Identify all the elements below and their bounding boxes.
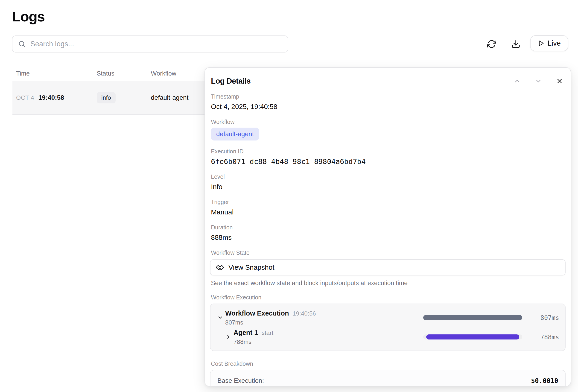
column-header-workflow: Workflow: [151, 70, 205, 77]
timeline-track: [423, 335, 522, 340]
eye-icon: [216, 263, 224, 271]
close-panel-button[interactable]: [555, 76, 565, 86]
cost-row-value: $0.0010: [531, 377, 558, 385]
field-timestamp: Timestamp Oct 4, 2025, 19:40:58: [211, 93, 565, 111]
field-trigger-value: Manual: [211, 208, 565, 216]
status-badge: info: [97, 92, 116, 103]
refresh-icon: [487, 39, 496, 49]
live-button[interactable]: Live: [530, 35, 568, 51]
next-log-button[interactable]: [533, 76, 543, 86]
live-button-label: Live: [548, 39, 561, 48]
field-level-value: Info: [211, 182, 565, 191]
log-workflow: default-agent: [151, 94, 188, 101]
column-header-time: Time: [12, 70, 97, 77]
field-execution-id-value: 6fe6b071-dc88-4b48-98c1-89804a6bd7b4: [211, 157, 565, 166]
page-title: Logs: [12, 8, 45, 25]
field-level-label: Level: [211, 173, 565, 180]
field-workflow: Workflow default-agent: [211, 118, 565, 141]
download-icon: [511, 39, 521, 49]
panel-title: Log Details: [211, 77, 250, 86]
execution-duration-right: 807ms: [531, 314, 559, 321]
close-icon: [556, 77, 564, 85]
view-snapshot-label: View Snapshot: [228, 263, 275, 271]
field-level: Level Info: [211, 173, 565, 191]
chevron-down-icon: [535, 77, 542, 85]
field-duration: Duration 888ms: [211, 224, 565, 242]
cost-row-label: Base Execution:: [217, 377, 264, 384]
workflow-state-hint: See the exact workflow state and block i…: [211, 279, 565, 287]
field-trigger-label: Trigger: [211, 198, 565, 205]
log-status-cell: info: [97, 92, 151, 103]
log-workflow-cell: default-agent: [151, 94, 205, 101]
expand-toggle[interactable]: [223, 334, 234, 340]
panel-header: Log Details: [210, 75, 566, 86]
chevron-down-icon: [217, 315, 223, 321]
search-icon: [18, 40, 26, 48]
log-date: OCT 4: [16, 94, 34, 101]
refresh-button[interactable]: [485, 38, 498, 50]
execution-name: Agent 1: [234, 328, 258, 337]
workflow-execution-label: Workflow Execution: [211, 294, 565, 301]
view-snapshot-button[interactable]: View Snapshot: [210, 259, 566, 275]
timeline-bar: [423, 315, 522, 320]
field-workflow-label: Workflow: [211, 118, 565, 125]
execution-start-time: 19:40:56: [293, 310, 316, 317]
table-row[interactable]: OCT 4 19:40:58 info default-agent: [12, 81, 205, 115]
prev-log-button[interactable]: [512, 76, 522, 86]
execution-row-root[interactable]: Workflow Execution 19:40:56 807ms 807ms: [215, 309, 559, 327]
execution-duration-right: 788ms: [531, 334, 559, 341]
field-execution-id-label: Execution ID: [211, 148, 565, 155]
field-duration-label: Duration: [211, 224, 565, 231]
column-header-status: Status: [97, 70, 151, 77]
field-trigger: Trigger Manual: [211, 198, 565, 216]
chevron-right-icon: [225, 334, 232, 340]
log-time-cell: OCT 4 19:40:58: [12, 94, 97, 101]
timeline-track: [423, 315, 522, 320]
chevron-up-icon: [514, 77, 521, 85]
field-timestamp-label: Timestamp: [211, 93, 565, 100]
export-button[interactable]: [509, 38, 522, 50]
log-details-panel: Log Details Timestamp Oct 4, 2025, 19:40…: [204, 67, 571, 387]
search-box[interactable]: [12, 36, 288, 52]
play-icon: [538, 40, 544, 47]
workflow-state-label: Workflow State: [211, 249, 565, 256]
field-timestamp-value: Oct 4, 2025, 19:40:58: [211, 102, 565, 111]
cost-breakdown-card: Base Execution: $0.0010 Model Input: $0.…: [210, 370, 566, 387]
execution-name: Workflow Execution: [225, 309, 289, 317]
execution-duration: 788ms: [234, 338, 423, 345]
collapse-toggle[interactable]: [215, 315, 225, 321]
cost-breakdown-label: Cost Breakdown: [211, 360, 565, 367]
cost-row-base: Base Execution: $0.0010: [217, 374, 558, 387]
workflow-execution-card: Workflow Execution 19:40:56 807ms 807ms …: [210, 303, 566, 351]
field-duration-value: 888ms: [211, 233, 565, 242]
log-time: 19:40:58: [39, 94, 64, 101]
search-input[interactable]: [30, 40, 282, 48]
table-header: Time Status Workflow: [12, 66, 205, 81]
execution-row-agent[interactable]: Agent 1 start 788ms 788ms: [215, 328, 559, 346]
execution-tag: start: [262, 329, 273, 337]
timeline-bar: [426, 335, 519, 340]
field-execution-id: Execution ID 6fe6b071-dc88-4b48-98c1-898…: [211, 148, 565, 166]
logs-table: Time Status Workflow OCT 4 19:40:58 info…: [12, 66, 205, 115]
execution-duration: 807ms: [225, 319, 423, 326]
workflow-badge[interactable]: default-agent: [211, 128, 259, 141]
